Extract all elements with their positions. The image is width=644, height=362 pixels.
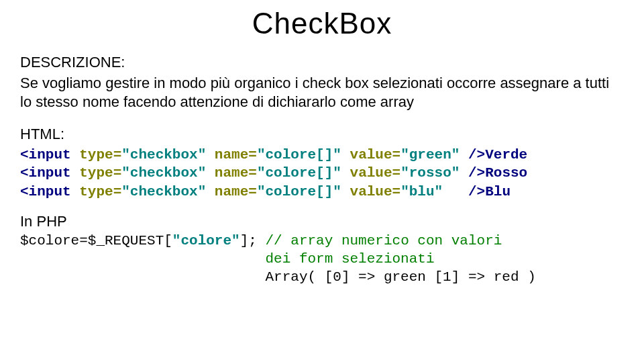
code-pad (20, 269, 265, 285)
code-bold: colore[] (266, 165, 333, 181)
php-code-block: $colore=$_REQUEST["colore"]; // array nu… (20, 232, 624, 287)
code-attr: value= (341, 165, 400, 181)
code-tag: <input (20, 184, 79, 199)
html-label: HTML: (20, 126, 624, 143)
code-str: " (400, 184, 409, 199)
code-str: " (400, 165, 409, 181)
code-pad (20, 251, 265, 267)
code-attr: type= (79, 184, 121, 199)
code-attr: name= (206, 165, 257, 181)
code-bold: blu (409, 184, 435, 199)
code-str: " (333, 184, 341, 199)
code-tag: />Rosso (460, 165, 527, 181)
code-str: " (257, 165, 266, 181)
code-tag: />Blu (443, 184, 511, 199)
code-str: " (333, 165, 341, 181)
code-str: " (451, 165, 460, 181)
html-code-block: <input type="checkbox" name="colore[]" v… (20, 146, 624, 201)
code-attr: type= (79, 147, 121, 163)
code-str: "checkbox" (121, 184, 206, 199)
code-plain: Array( [0] => green [1] => red ) (265, 269, 535, 285)
code-bold: rosso (409, 165, 451, 181)
slide-content: CheckBox DESCRIZIONE: Se vogliamo gestir… (0, 0, 644, 300)
description-label: DESCRIZIONE: (20, 54, 624, 71)
code-plain: ]; (240, 233, 266, 248)
code-attr: type= (79, 165, 121, 181)
code-tag: <input (20, 165, 79, 181)
code-bold: colore[] (266, 184, 333, 199)
code-str: " (435, 184, 443, 199)
code-str: " (231, 233, 240, 248)
code-bold: green (409, 147, 451, 163)
code-str: " (257, 147, 266, 163)
code-str: " (451, 147, 460, 163)
code-str: "checkbox" (121, 165, 206, 181)
code-str: " (172, 233, 181, 248)
code-attr: name= (206, 184, 257, 199)
page-title: CheckBox (20, 7, 624, 40)
description-text: Se vogliamo gestire in modo più organico… (20, 74, 624, 111)
code-comment: // array numerico con valori (266, 233, 502, 248)
code-tag: />Verde (460, 147, 527, 163)
code-str: " (257, 184, 266, 199)
code-str: " (400, 147, 409, 163)
code-bold: colore (180, 233, 231, 248)
code-bold: colore[] (266, 147, 333, 163)
code-attr: value= (341, 184, 400, 199)
code-tag: <input (20, 147, 79, 163)
code-str: "checkbox" (121, 147, 206, 163)
code-attr: value= (341, 147, 400, 163)
php-label: In PHP (20, 213, 624, 230)
code-str: " (333, 147, 341, 163)
code-comment: dei form selezionati (265, 251, 434, 267)
code-attr: name= (206, 147, 257, 163)
code-plain: $colore=$_REQUEST[ (20, 233, 172, 248)
